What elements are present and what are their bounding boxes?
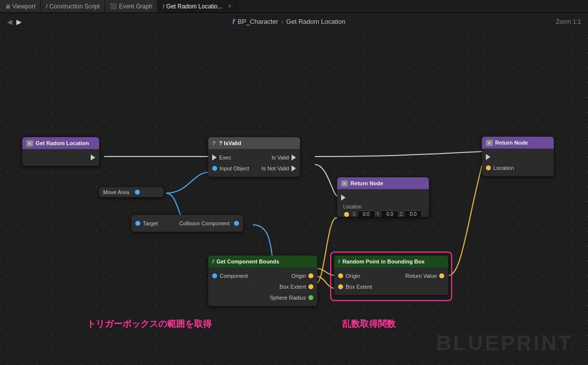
location-z-r1[interactable] xyxy=(404,210,422,217)
node-row-exec-r2 xyxy=(482,152,554,162)
node-move-area[interactable]: Move Area xyxy=(99,187,164,197)
tab-viewport[interactable]: 🖥 Viewport xyxy=(0,0,41,12)
exec-out-pin[interactable] xyxy=(91,155,95,160)
node-row-input-obj: Input Object Is Not Valid xyxy=(208,163,300,174)
is-not-valid-pin[interactable] xyxy=(292,165,296,171)
location-pin-r2[interactable] xyxy=(486,165,491,170)
node-body-return1: Location X Y Z xyxy=(337,189,429,217)
node-row-box-extent-gcb: Box Extent xyxy=(208,281,317,292)
breadcrumb-sep: › xyxy=(281,18,283,25)
node-body-return2: Location xyxy=(482,149,554,176)
collision-out-pin[interactable] xyxy=(234,221,239,226)
exec-in-pin[interactable] xyxy=(212,155,217,160)
node-body-move-area: Move Area xyxy=(99,187,164,197)
node-row-box-extent-rp: Box Extent xyxy=(334,281,448,292)
node-header-get-radom: ≡ Get Radom Location xyxy=(22,137,99,149)
node-collision-component[interactable]: Target Collision Component xyxy=(131,215,243,232)
box-extent-in-pin[interactable] xyxy=(338,284,343,289)
node-row-component: Component Origin xyxy=(208,270,317,281)
node-row-exec-r1 xyxy=(337,192,429,203)
node-body-collision: Target Collision Component xyxy=(131,215,243,232)
exec-in-return2[interactable] xyxy=(486,154,490,160)
node-row-origin-rp: Origin Return Value xyxy=(334,270,448,281)
back-button[interactable]: ◀ xyxy=(7,18,12,26)
node-body-gcb: Component Origin Box Extent Sphere Radiu… xyxy=(208,267,317,306)
node-return-node-1[interactable]: ≡ Return Node Location X Y Z xyxy=(337,177,429,217)
node-row-exec-isvalid: Exec Is Valid xyxy=(208,152,300,163)
tab-bar: 🖥 Viewport f Construction Script ⬛ Event… xyxy=(0,0,588,13)
node-random-point[interactable]: f Random Point in Bounding Box Origin Re… xyxy=(334,256,448,295)
input-obj-pin[interactable] xyxy=(212,166,217,171)
node-row-sphere-radius: Sphere Radius xyxy=(208,292,317,303)
location-y-r1[interactable] xyxy=(381,210,399,217)
move-area-out-pin[interactable] xyxy=(135,190,140,195)
breadcrumb-func-icon: f xyxy=(233,18,235,26)
forward-button[interactable]: ▶ xyxy=(16,18,22,26)
node-isvalid[interactable]: ? ? IsValid Exec Is Valid Input Object xyxy=(208,137,300,177)
node-body-isvalid: Exec Is Valid Input Object Is Not Valid xyxy=(208,149,300,177)
is-valid-pin[interactable] xyxy=(292,155,296,160)
return-value-pin[interactable] xyxy=(439,273,444,278)
node-return-node-2[interactable]: ≡ Return Node Location xyxy=(482,137,554,176)
exec-in-return1[interactable] xyxy=(341,195,346,201)
node-header-rp: f Random Point in Bounding Box xyxy=(334,256,448,267)
func-icon-cs: f xyxy=(46,3,47,9)
annotation-trigger: トリガーボックスの範囲を取得 xyxy=(87,318,212,330)
origin-out-pin[interactable] xyxy=(308,273,313,278)
node-header-isvalid: ? ? IsValid xyxy=(208,137,300,149)
node-row-location-r1: Location X Y Z xyxy=(337,203,429,214)
target-in-pin[interactable] xyxy=(135,221,140,226)
tab-get-radom-location[interactable]: f Get Radom Locatio... ✕ xyxy=(158,0,236,12)
node-get-radom-location[interactable]: ≡ Get Radom Location xyxy=(22,137,99,166)
tab-event-graph[interactable]: ⬛ Event Graph xyxy=(105,0,158,12)
breadcrumb-path: f BP_Character › Get Radom Location xyxy=(233,18,346,26)
tab-close-button[interactable]: ✕ xyxy=(228,3,232,9)
breadcrumb-nav: ◀ ▶ xyxy=(7,18,22,26)
node-get-component-bounds[interactable]: f Get Component Bounds Component Origin … xyxy=(208,256,317,306)
origin-in-pin[interactable] xyxy=(338,273,343,278)
sphere-radius-pin[interactable] xyxy=(308,295,313,300)
node-row-exec xyxy=(22,152,99,163)
zoom-level: Zoom 1:1 xyxy=(556,18,581,25)
tab-construction-script[interactable]: f Construction Script xyxy=(41,0,105,12)
node-row-collision: Target Collision Component xyxy=(131,218,243,229)
box-extent-out-pin[interactable] xyxy=(308,284,313,289)
breadcrumb-root[interactable]: BP_Character xyxy=(237,18,278,25)
blueprint-watermark: BLUEPRINT xyxy=(436,331,573,355)
node-header-return1: ≡ Return Node xyxy=(337,177,429,189)
connections-overlay xyxy=(0,31,588,365)
node-body-get-radom xyxy=(22,149,99,166)
node-header-gcb: f Get Component Bounds xyxy=(208,256,317,267)
node-row-location-r2: Location xyxy=(482,162,554,173)
func-icon-grl: f xyxy=(163,3,164,9)
component-in-pin[interactable] xyxy=(212,273,217,278)
location-x-r1[interactable] xyxy=(357,210,375,217)
location-inputs-r1: X Y Z xyxy=(341,209,425,217)
viewport-icon: 🖥 xyxy=(5,3,10,9)
breadcrumb-current: Get Radom Location xyxy=(286,18,345,25)
annotation-random: 乱数取得関数 xyxy=(342,318,396,330)
breadcrumb-bar: ◀ ▶ f BP_Character › Get Radom Location … xyxy=(0,13,588,31)
node-header-return2: ≡ Return Node xyxy=(482,137,554,149)
event-icon: ⬛ xyxy=(110,3,117,9)
blueprint-canvas[interactable]: ≡ Get Radom Location ? ? IsValid Exec xyxy=(0,31,588,365)
location-pin-r1[interactable] xyxy=(344,212,349,217)
node-body-rp: Origin Return Value Box Extent xyxy=(334,267,448,295)
